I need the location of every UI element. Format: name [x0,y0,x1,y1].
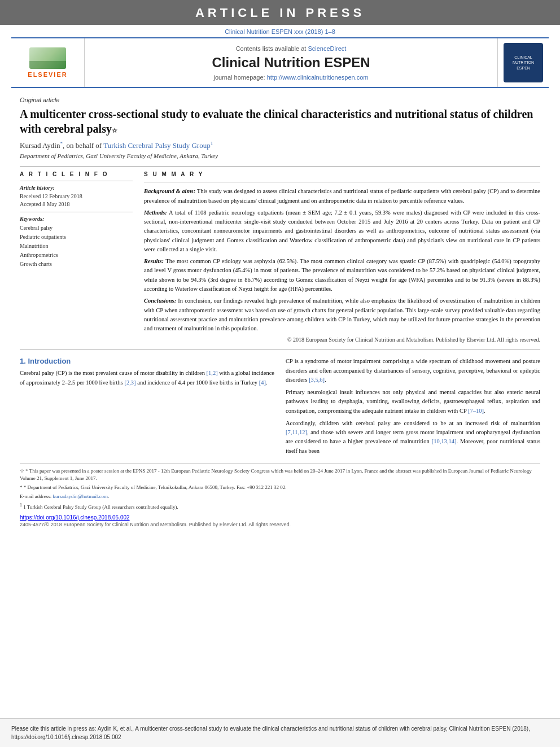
footnote-asterisk: * [20,484,24,490]
citation-text: Please cite this article in press as: Ay… [11,724,549,741]
doi-line: https://doi.org/10.1016/j.clnesp.2018.05… [20,514,540,521]
intro-left-col: 1. Introduction Cerebral palsy (CP) is t… [20,357,274,459]
citation-banner: Please cite this article in press as: Ay… [0,718,560,747]
email-link[interactable]: kursadaydin@hotmail.com [53,493,108,499]
ref-2-3: [2,3] [124,379,135,386]
ref-10-13-14: [10,13,14] [432,438,457,444]
article-affiliation: Department of Pediatrics, Gazi Universit… [20,152,540,159]
contents-available: Contents lists available at ScienceDirec… [236,45,347,52]
ref-1-2: [1,2] [207,370,218,376]
journal-url[interactable]: http://www.clinicalnutritionespen.com [267,74,369,81]
introduction-section: 1. Introduction Cerebral palsy (CP) is t… [20,357,540,459]
intro-right-col: CP is a syndrome of motor impairment com… [286,357,540,459]
keywords-label: Keywords: [20,216,133,222]
issn-line: 2405-4577/© 2018 European Society for Cl… [20,522,540,527]
separator-2 [20,181,133,181]
abstract-area: A R T I C L E I N F O Article history: R… [20,171,540,343]
keyword-2: Pediatric outpatients [20,233,133,242]
footnote-star: ☆ * This paper was presented in a poster… [20,468,540,482]
title-star: ☆ [112,127,117,134]
article-type: Original article [20,97,540,103]
received-date: Received 12 February 2018 [20,193,133,200]
accepted-date: Accepted 8 May 2018 [20,200,133,208]
journal-logo-text: CLINICALNUTRITIONESPEN [513,55,534,70]
article-info-label: A R T I C L E I N F O [20,171,133,177]
section-divider-1 [20,350,540,350]
footnotes-area: ☆ * This paper was presented in a poster… [20,464,540,511]
separator-1 [20,166,540,167]
article-authors: Kursad Aydin*, on behalf of Turkish Cere… [20,141,540,150]
keyword-4: Anthropometrics [20,251,133,260]
intro-para-3: Primary neurological insult influences n… [286,388,540,416]
summary-column: S U M M A R Y Background & aims: This st… [144,171,540,343]
elsevier-logo-area: ELSEVIER [11,38,85,87]
copyright-line: © 2018 European Society for Clinical Nut… [144,337,540,343]
ref-4: [4] [259,379,266,386]
footnote-group: 1 1 Turkish Cerebral Palsy Study Group (… [20,502,540,511]
sciencedirect-link[interactable]: ScienceDirect [308,45,346,52]
article-in-press-banner: ARTICLE IN PRESS [0,0,560,25]
summary-methods: Methods: A total of 1108 pediatric neuro… [144,208,540,254]
summary-label: S U M M A R Y [144,171,540,177]
doi-url[interactable]: https://doi.org/10.1016/j.clnesp.2018.05… [20,514,130,521]
journal-right-logo: CLINICALNUTRITIONESPEN [498,38,549,87]
ref-7-10: [7–10] [468,408,484,414]
author-name: Kursad Aydin*, on behalf of Turkish Cere… [20,141,213,150]
study-group-link: Turkish Cerebral Palsy Study Group [103,141,210,150]
journal-info-line: Clinical Nutrition ESPEN xxx (2018) 1–8 [0,25,560,37]
elsevier-logo-box: ELSEVIER [20,47,76,78]
keyword-1: Cerebral palsy [20,224,133,233]
journal-citation: Clinical Nutrition ESPEN xxx (2018) 1–8 [225,28,335,35]
keyword-3: Malnutrition [20,242,133,251]
footnote-email: E-mail address: kursadaydin@hotmail.com. [20,493,540,500]
journal-logo-box: CLINICALNUTRITIONESPEN [504,43,543,82]
footnote-star-symbol: ☆ [20,468,25,474]
separator-3 [20,212,133,212]
intro-para-4: Accordingly, children with cerebral pals… [286,419,540,456]
ref-3-5-6: [3,5,6] [309,377,325,383]
keyword-5: Growth charts [20,260,133,269]
summary-conclusions: Conclusions: In conclusion, our findings… [144,296,540,333]
author-sup: 1 [211,141,213,146]
summary-background: Background & aims: This study was design… [144,187,540,206]
elsevier-tree-image [29,47,66,69]
main-content: Original article A multicenter cross-sec… [0,88,560,713]
article-info-column: A R T I C L E I N F O Article history: R… [20,171,133,343]
intro-para-1: Cerebral palsy (CP) is the most prevalen… [20,369,274,387]
intro-para-2: CP is a syndrome of motor impairment com… [286,357,540,385]
separator-4 [144,182,540,182]
journal-homepage: journal homepage: http://www.clinicalnut… [214,74,369,81]
journal-header: ELSEVIER Contents lists available at Sci… [11,37,549,88]
ref-7-11-12: [7,11,12] [286,429,307,435]
summary-results: Results: The most common CP etiology was… [144,257,540,294]
page: ARTICLE IN PRESS Clinical Nutrition ESPE… [0,0,560,747]
journal-header-center: Contents lists available at ScienceDirec… [85,38,498,87]
article-title: A multicenter cross-sectional study to e… [20,107,540,136]
banner-text: ARTICLE IN PRESS [195,6,365,20]
footnote-author: * * Department of Pediatrics, Gazi Unive… [20,484,540,491]
journal-title: Clinical Nutrition ESPEN [212,55,370,71]
intro-heading: 1. Introduction [20,357,274,365]
history-label: Article history: [20,185,133,191]
elsevier-label: ELSEVIER [20,71,76,78]
